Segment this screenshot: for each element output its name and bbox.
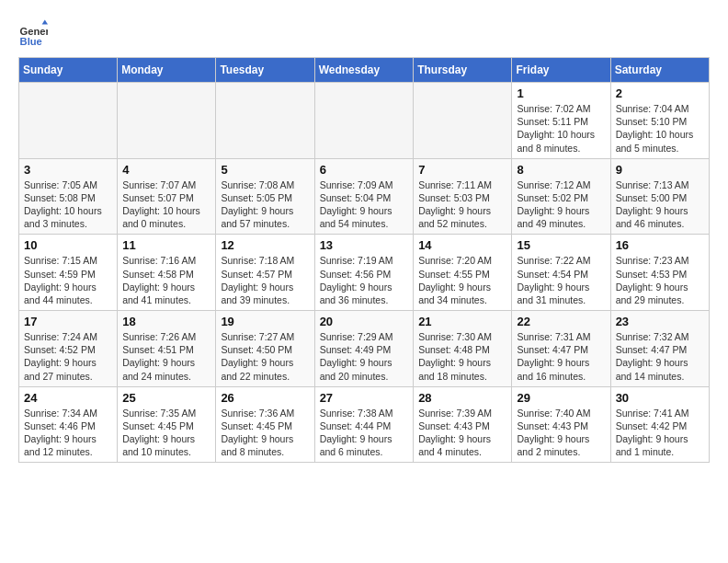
calendar-cell: 6Sunrise: 7:09 AM Sunset: 5:04 PM Daylig…	[314, 158, 414, 235]
column-header-wednesday: Wednesday	[314, 58, 414, 83]
day-number: 20	[320, 315, 409, 328]
day-info: Sunrise: 7:12 AM Sunset: 5:02 PM Dayligh…	[517, 178, 605, 231]
day-number: 22	[517, 315, 605, 328]
day-number: 9	[616, 163, 704, 177]
day-info: Sunrise: 7:08 AM Sunset: 5:05 PM Dayligh…	[221, 178, 309, 231]
day-number: 3	[24, 163, 112, 177]
calendar-cell: 28Sunrise: 7:39 AM Sunset: 4:43 PM Dayli…	[414, 386, 512, 463]
column-header-friday: Friday	[512, 58, 610, 83]
column-header-thursday: Thursday	[414, 58, 512, 83]
day-info: Sunrise: 7:15 AM Sunset: 4:59 PM Dayligh…	[24, 254, 112, 306]
day-number: 18	[122, 315, 210, 328]
calendar-cell: 18Sunrise: 7:26 AM Sunset: 4:51 PM Dayli…	[118, 311, 216, 387]
calendar-cell	[414, 83, 512, 159]
calendar-cell: 5Sunrise: 7:08 AM Sunset: 5:05 PM Daylig…	[216, 158, 314, 235]
day-number: 6	[320, 163, 409, 177]
day-number: 26	[221, 391, 309, 405]
day-info: Sunrise: 7:40 AM Sunset: 4:43 PM Dayligh…	[517, 407, 605, 459]
day-number: 23	[616, 315, 704, 328]
calendar-cell: 27Sunrise: 7:38 AM Sunset: 4:44 PM Dayli…	[314, 386, 414, 463]
calendar-week-2: 3Sunrise: 7:05 AM Sunset: 5:08 PM Daylig…	[19, 158, 710, 235]
day-number: 11	[122, 238, 210, 252]
day-info: Sunrise: 7:36 AM Sunset: 4:45 PM Dayligh…	[221, 407, 309, 459]
logo: General Blue	[18, 18, 51, 48]
calendar-cell: 2Sunrise: 7:04 AM Sunset: 5:10 PM Daylig…	[610, 83, 709, 159]
day-info: Sunrise: 7:02 AM Sunset: 5:11 PM Dayligh…	[517, 102, 605, 155]
calendar-cell: 21Sunrise: 7:30 AM Sunset: 4:48 PM Dayli…	[414, 311, 512, 387]
calendar-cell: 24Sunrise: 7:34 AM Sunset: 4:46 PM Dayli…	[19, 386, 118, 463]
day-info: Sunrise: 7:31 AM Sunset: 4:47 PM Dayligh…	[517, 330, 605, 383]
calendar-cell	[118, 83, 216, 159]
day-number: 25	[122, 391, 210, 405]
day-number: 13	[320, 238, 409, 252]
day-info: Sunrise: 7:13 AM Sunset: 5:00 PM Dayligh…	[616, 178, 704, 231]
day-number: 17	[24, 315, 112, 328]
column-header-saturday: Saturday	[610, 58, 709, 83]
calendar-cell	[19, 83, 118, 159]
calendar-cell: 12Sunrise: 7:18 AM Sunset: 4:57 PM Dayli…	[216, 235, 314, 311]
day-number: 19	[221, 315, 309, 328]
calendar-cell: 19Sunrise: 7:27 AM Sunset: 4:50 PM Dayli…	[216, 311, 314, 387]
calendar-cell: 7Sunrise: 7:11 AM Sunset: 5:03 PM Daylig…	[414, 158, 512, 235]
day-info: Sunrise: 7:11 AM Sunset: 5:03 PM Dayligh…	[418, 178, 506, 231]
day-info: Sunrise: 7:05 AM Sunset: 5:08 PM Dayligh…	[24, 178, 112, 231]
calendar-week-5: 24Sunrise: 7:34 AM Sunset: 4:46 PM Dayli…	[19, 386, 710, 463]
calendar-header-row: SundayMondayTuesdayWednesdayThursdayFrid…	[19, 58, 710, 83]
day-info: Sunrise: 7:29 AM Sunset: 4:49 PM Dayligh…	[320, 330, 409, 383]
day-number: 15	[517, 238, 605, 252]
day-info: Sunrise: 7:35 AM Sunset: 4:45 PM Dayligh…	[122, 407, 210, 459]
day-info: Sunrise: 7:34 AM Sunset: 4:46 PM Dayligh…	[24, 407, 112, 459]
day-info: Sunrise: 7:19 AM Sunset: 4:56 PM Dayligh…	[320, 254, 409, 306]
calendar-week-3: 10Sunrise: 7:15 AM Sunset: 4:59 PM Dayli…	[19, 235, 710, 311]
calendar-cell: 4Sunrise: 7:07 AM Sunset: 5:07 PM Daylig…	[118, 158, 216, 235]
day-number: 2	[616, 86, 704, 100]
day-info: Sunrise: 7:09 AM Sunset: 5:04 PM Dayligh…	[320, 178, 409, 231]
day-number: 4	[122, 163, 210, 177]
calendar-cell	[314, 83, 414, 159]
day-number: 28	[418, 391, 506, 405]
day-info: Sunrise: 7:20 AM Sunset: 4:55 PM Dayligh…	[418, 254, 506, 306]
calendar-cell: 14Sunrise: 7:20 AM Sunset: 4:55 PM Dayli…	[414, 235, 512, 311]
day-info: Sunrise: 7:27 AM Sunset: 4:50 PM Dayligh…	[221, 330, 309, 383]
day-number: 10	[24, 238, 112, 252]
day-number: 21	[418, 315, 506, 328]
calendar-week-1: 1Sunrise: 7:02 AM Sunset: 5:11 PM Daylig…	[19, 83, 710, 159]
calendar-cell: 9Sunrise: 7:13 AM Sunset: 5:00 PM Daylig…	[610, 158, 709, 235]
calendar-cell	[216, 83, 314, 159]
calendar-cell: 16Sunrise: 7:23 AM Sunset: 4:53 PM Dayli…	[610, 235, 709, 311]
column-header-monday: Monday	[118, 58, 216, 83]
day-info: Sunrise: 7:26 AM Sunset: 4:51 PM Dayligh…	[122, 330, 210, 383]
day-info: Sunrise: 7:07 AM Sunset: 5:07 PM Dayligh…	[122, 178, 210, 231]
day-number: 24	[24, 391, 112, 405]
day-info: Sunrise: 7:41 AM Sunset: 4:42 PM Dayligh…	[616, 407, 704, 459]
logo-icon: General Blue	[18, 18, 48, 48]
day-info: Sunrise: 7:04 AM Sunset: 5:10 PM Dayligh…	[616, 102, 704, 155]
calendar-cell: 29Sunrise: 7:40 AM Sunset: 4:43 PM Dayli…	[512, 386, 610, 463]
day-number: 1	[517, 86, 605, 100]
day-info: Sunrise: 7:39 AM Sunset: 4:43 PM Dayligh…	[418, 407, 506, 459]
calendar-cell: 11Sunrise: 7:16 AM Sunset: 4:58 PM Dayli…	[118, 235, 216, 311]
calendar-cell: 25Sunrise: 7:35 AM Sunset: 4:45 PM Dayli…	[118, 386, 216, 463]
page-header: General Blue	[18, 18, 710, 48]
column-header-sunday: Sunday	[19, 58, 118, 83]
day-number: 7	[418, 163, 506, 177]
day-info: Sunrise: 7:18 AM Sunset: 4:57 PM Dayligh…	[221, 254, 309, 306]
calendar-week-4: 17Sunrise: 7:24 AM Sunset: 4:52 PM Dayli…	[19, 311, 710, 387]
calendar-cell: 13Sunrise: 7:19 AM Sunset: 4:56 PM Dayli…	[314, 235, 414, 311]
day-info: Sunrise: 7:32 AM Sunset: 4:47 PM Dayligh…	[616, 330, 704, 383]
day-number: 29	[517, 391, 605, 405]
calendar-cell: 30Sunrise: 7:41 AM Sunset: 4:42 PM Dayli…	[610, 386, 709, 463]
day-number: 27	[320, 391, 409, 405]
svg-text:Blue: Blue	[20, 36, 42, 47]
day-info: Sunrise: 7:16 AM Sunset: 4:58 PM Dayligh…	[122, 254, 210, 306]
day-info: Sunrise: 7:30 AM Sunset: 4:48 PM Dayligh…	[418, 330, 506, 383]
day-number: 14	[418, 238, 506, 252]
svg-text:General: General	[20, 26, 48, 37]
day-number: 8	[517, 163, 605, 177]
calendar-cell: 20Sunrise: 7:29 AM Sunset: 4:49 PM Dayli…	[314, 311, 414, 387]
day-info: Sunrise: 7:38 AM Sunset: 4:44 PM Dayligh…	[320, 407, 409, 459]
calendar-cell: 22Sunrise: 7:31 AM Sunset: 4:47 PM Dayli…	[512, 311, 610, 387]
svg-marker-2	[42, 20, 48, 25]
calendar-cell: 8Sunrise: 7:12 AM Sunset: 5:02 PM Daylig…	[512, 158, 610, 235]
calendar-cell: 23Sunrise: 7:32 AM Sunset: 4:47 PM Dayli…	[610, 311, 709, 387]
